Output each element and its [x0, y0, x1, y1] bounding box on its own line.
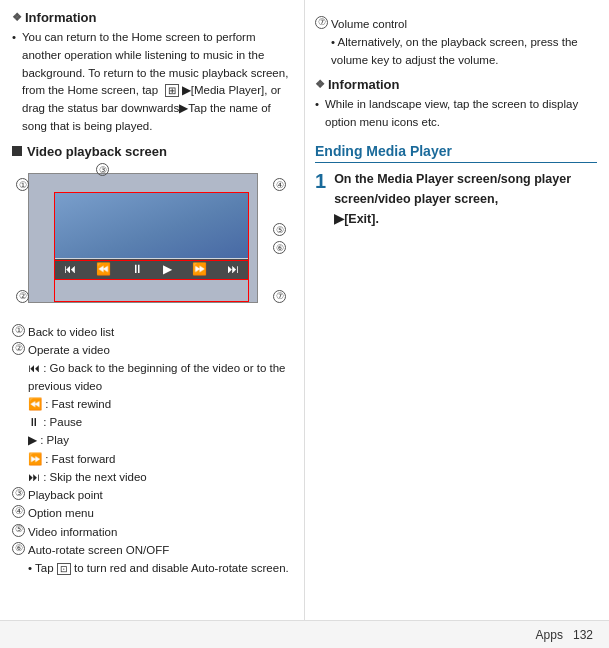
ctrl-rewind-icon: ⏪ — [96, 262, 111, 276]
volume-sub: • Alternatively, on the playback screen,… — [315, 34, 597, 69]
ctrl-prev-icon: ⏮ — [64, 262, 76, 276]
forward-icon-label: ⏩ : Fast forward — [28, 453, 116, 465]
ctrl-play-icon: ▶ — [163, 262, 172, 276]
label-a: ① — [16, 178, 29, 192]
prev-icon-label: ⏮ : Go back to the beginning of the vide… — [28, 362, 286, 391]
label-d: ④ — [273, 178, 286, 192]
desc-item-pause: ⏸ : Pause — [12, 414, 294, 431]
bottom-bar: Apps 132 — [0, 620, 609, 648]
desc-item-rewind: ⏪ : Fast rewind — [12, 396, 294, 413]
ctrl-next-icon: ⏭ — [227, 262, 239, 276]
desc-item-4: ④ Option menu — [12, 505, 294, 522]
label-c: ③ — [96, 163, 109, 177]
right-info-bullet: While in landscape view, tap the screen … — [315, 96, 597, 132]
video-info-label: Video information — [28, 524, 117, 541]
video-playback-diagram: ⏮ ⏪ ⏸ ▶ ⏩ ⏭ ① ② ③ ④ ⑤ ⑥ ⑦ — [16, 163, 286, 318]
desc-item-play: ▶ : Play — [12, 432, 294, 449]
right-column: ⑦ Volume control • Alternatively, on the… — [305, 0, 609, 648]
desc-item-go-back: ⏮ : Go back to the beginning of the vide… — [12, 360, 294, 395]
label-b: ② — [16, 289, 29, 303]
desc-item-3: ③ Playback point — [12, 487, 294, 504]
label-f: ⑥ — [273, 241, 286, 255]
square-icon — [12, 146, 22, 156]
page-number: 132 — [573, 628, 593, 642]
info-bullet-list: You can return to the Home screen to per… — [12, 29, 294, 136]
desc-item-1: ① Back to video list — [12, 324, 294, 341]
desc-item-forward: ⏩ : Fast forward — [12, 451, 294, 468]
rewind-icon-label: ⏪ : Fast rewind — [28, 398, 111, 410]
desc-item-6-sub: • Tap ⊡ to turn red and disable Auto-rot… — [12, 560, 294, 577]
ctrl-pause-icon: ⏸ — [131, 262, 143, 276]
apps-label: Apps — [536, 628, 563, 642]
step-number: 1 — [315, 169, 326, 193]
info-section-title: ❖ Information — [12, 10, 294, 25]
desc-list: ① Back to video list ② Operate a video ⏮… — [12, 324, 294, 578]
ctrl-forward-icon: ⏩ — [192, 262, 207, 276]
screen-background: ⏮ ⏪ ⏸ ▶ ⏩ ⏭ — [28, 173, 258, 303]
right-info-title: ❖ Information — [315, 77, 597, 92]
skip-icon-label: ⏭ : Skip the next video — [28, 471, 147, 483]
desc-item-5: ⑤ Video information — [12, 524, 294, 541]
info-bullet-item: You can return to the Home screen to per… — [12, 29, 294, 136]
desc-item-6: ⑥ Auto-rotate screen ON/OFF — [12, 542, 294, 559]
step-text: On the Media Player screen/song player s… — [334, 169, 597, 229]
ending-section-title: Ending Media Player — [315, 143, 597, 163]
left-column: ❖ Information You can return to the Home… — [0, 0, 305, 648]
label-g: ⑦ — [273, 289, 286, 303]
desc-item-2: ② Operate a video — [12, 342, 294, 359]
volume-list: ⑦ Volume control • Alternatively, on the… — [315, 16, 597, 69]
screen-controls-bar: ⏮ ⏪ ⏸ ▶ ⏩ ⏭ — [54, 259, 249, 279]
volume-item: ⑦ Volume control — [315, 16, 597, 33]
pause-icon-label: ⏸ : Pause — [28, 416, 82, 428]
right-info-bullets: While in landscape view, tap the screen … — [315, 96, 597, 132]
play-icon-label: ▶ : Play — [28, 434, 69, 446]
desc-item-skip: ⏭ : Skip the next video — [12, 469, 294, 486]
step-1-row: 1 On the Media Player screen/song player… — [315, 169, 597, 229]
right-diamond-icon: ❖ — [315, 78, 325, 91]
diamond-icon: ❖ — [12, 11, 22, 24]
video-playback-heading: Video playback screen — [12, 144, 294, 159]
label-e: ⑤ — [273, 223, 286, 237]
